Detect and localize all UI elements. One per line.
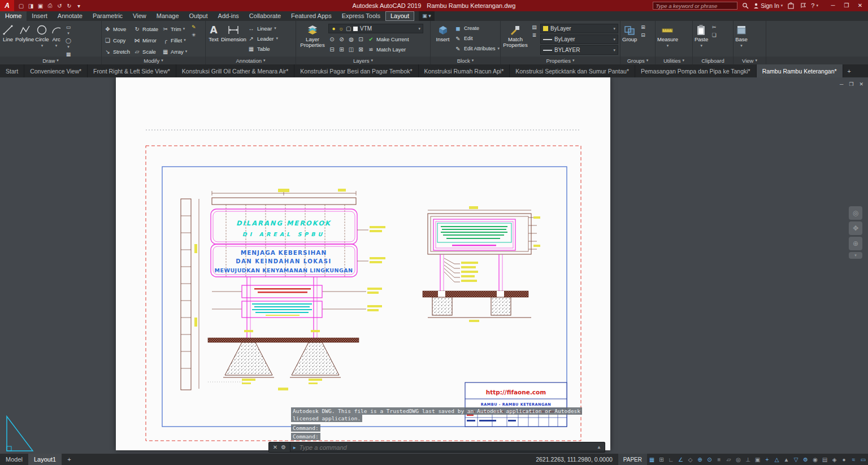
zoom-extents-icon[interactable]: ⊕ — [849, 237, 862, 250]
match-properties-button[interactable]: Match Properties — [502, 22, 528, 57]
filetab-grill-oil-cather[interactable]: Konstruksi Grill Oil Cather & Menara Air… — [176, 64, 294, 77]
panel-title-clipboard[interactable]: Clipboard — [693, 57, 733, 64]
mirror-button[interactable]: ⋈Mirror — [133, 34, 159, 46]
tab-layout[interactable]: Layout — [385, 11, 414, 21]
layer-walk-icon[interactable]: ◫ — [348, 46, 355, 53]
filetab-pompa-pipa[interactable]: Pemasangan Pompa dan Pipa ke Tangki* — [635, 64, 757, 77]
linear-button[interactable]: ↔Linear▾ — [248, 24, 287, 33]
polyline-button[interactable]: Polyline — [15, 22, 34, 57]
base-button[interactable]: Base ▾ — [735, 22, 748, 57]
copy-button[interactable]: ❏Copy — [103, 34, 131, 46]
insert-block-button[interactable]: Insert — [432, 22, 453, 57]
table-button[interactable]: ▦Table — [248, 44, 287, 53]
doc-restore-icon[interactable]: ❐ — [849, 81, 853, 87]
panel-title-groups[interactable]: Groups▾ — [620, 57, 655, 64]
selection-filter-icon[interactable]: ▣ — [753, 457, 762, 463]
stretch-button[interactable]: ↘Stretch — [103, 46, 131, 57]
circle-button[interactable]: Circle ▾ — [35, 22, 49, 57]
redo-icon[interactable]: ↻ — [64, 3, 74, 9]
close-icon[interactable]: ✕ — [853, 0, 867, 11]
fillet-button[interactable]: ╭Fillet▾ — [161, 34, 188, 46]
tab-output[interactable]: Output — [184, 11, 213, 21]
erase-icon[interactable]: ✎ — [190, 24, 197, 30]
dimension-button[interactable]: Dimension — [221, 22, 246, 57]
tab-collaborate[interactable]: Collaborate — [244, 11, 286, 21]
navbar-more-icon[interactable]: ▾ — [849, 252, 862, 259]
quick-properties-icon[interactable]: ▤ — [820, 457, 830, 463]
model-tab[interactable]: Model — [0, 454, 28, 465]
move-button[interactable]: ✥Move — [103, 23, 131, 34]
filetab-convenience-view[interactable]: Convenience View* — [24, 64, 88, 77]
array-button[interactable]: ▦Array▾ — [161, 46, 188, 57]
layer-isolate-icon[interactable]: ⊘ — [338, 36, 345, 42]
search-binoculars-icon[interactable] — [741, 2, 750, 10]
explode-icon[interactable]: ✳ — [190, 32, 197, 38]
layer-merge-icon[interactable]: ⊟ — [328, 46, 336, 53]
ungroup-icon[interactable]: ⊞ — [639, 24, 646, 30]
scale-button[interactable]: ▱Scale — [133, 46, 159, 57]
match-layer-button[interactable]: ≌Match Layer — [367, 46, 406, 53]
layer-freeze-icon[interactable]: ◍ — [348, 36, 355, 42]
make-current-button[interactable]: ✔Make Current — [367, 36, 410, 42]
paper-drawing[interactable]: DILARANG MEROKOK DI AREAL SPBU MENJAGA K… — [0, 77, 868, 454]
steering-wheel-icon[interactable]: ◎ — [849, 206, 862, 220]
save-icon[interactable]: ▣ — [36, 3, 45, 9]
new-file-icon[interactable]: ▢ — [16, 3, 26, 9]
cut-icon[interactable]: ✂ — [710, 24, 718, 30]
autocad-logo-icon[interactable]: A — [0, 0, 14, 11]
create-block-button[interactable]: ◼Create — [454, 24, 498, 33]
tab-view[interactable]: View — [128, 11, 151, 21]
panel-title-block[interactable]: Block▾ — [431, 57, 500, 64]
rectangle-icon[interactable]: ▭ ▾ — [65, 24, 72, 36]
restore-icon[interactable]: ❐ — [840, 0, 853, 11]
group-edit-icon[interactable]: ⊟ — [639, 32, 646, 38]
panel-title-view[interactable]: View▾ — [734, 57, 766, 64]
open-file-icon[interactable]: ◨ — [26, 3, 36, 9]
transparency-icon[interactable]: ▱ — [724, 457, 734, 463]
gizmo-icon[interactable]: + — [762, 457, 772, 463]
layer-dropdown[interactable]: ● ☼ ▢ VTM ▾ — [328, 24, 423, 33]
leader-button[interactable]: ↗Leader▾ — [248, 34, 287, 43]
new-layout-button[interactable]: + — [62, 454, 76, 465]
text-button[interactable]: A Text — [207, 22, 220, 57]
edit-attributes-button[interactable]: ✎Edit Attributes▾ — [454, 44, 498, 53]
command-input[interactable] — [296, 444, 597, 451]
grid-icon[interactable]: ▦ — [647, 457, 657, 463]
properties-list-icon[interactable]: ≣ — [531, 32, 538, 38]
undo-icon[interactable]: ↺ — [55, 3, 64, 9]
trim-button[interactable]: ✂Trim▾ — [161, 23, 188, 34]
panel-title-layers[interactable]: Layers▾ — [296, 57, 430, 64]
panel-title-utilities[interactable]: Utilities▾ — [656, 57, 692, 64]
filetab-pagar-besi[interactable]: Konstruksi Pagar Besi dan Pagar Tembok* — [294, 64, 418, 77]
panel-title-annotation[interactable]: Annotation▾ — [206, 57, 296, 64]
tab-manage[interactable]: Manage — [151, 11, 184, 21]
ribbon-display-toggle-icon[interactable]: ▣ ▾ — [419, 11, 435, 21]
panel-title-properties[interactable]: Properties▾ — [501, 57, 620, 64]
annotation-scale-icon[interactable]: ▽ — [791, 457, 801, 463]
linetype-dropdown[interactable]: BYLAYER▾ — [540, 45, 618, 55]
ellipse-icon[interactable]: ◯ ▾ — [65, 38, 72, 49]
selection-cycling-icon[interactable]: ◎ — [734, 457, 743, 463]
tab-insert[interactable]: Insert — [27, 11, 53, 21]
osnap-tracking-icon[interactable]: ⊕ — [695, 457, 705, 463]
autodesk-alerts-icon[interactable] — [798, 2, 808, 10]
command-line[interactable]: ✕ ⚙ ▸ ▲ — [268, 442, 605, 453]
lineweight-dropdown[interactable]: ByLayer▾ — [540, 34, 618, 44]
tab-addins[interactable]: Add-ins — [213, 11, 244, 21]
workspace-switching-icon[interactable]: ⚙ — [801, 457, 810, 463]
customize-wrench-icon[interactable]: ⚙ — [281, 444, 286, 450]
group-button[interactable]: Group — [622, 22, 637, 57]
doc-minimize-icon[interactable]: ─ — [840, 81, 843, 87]
properties-palette-icon[interactable]: ▤ — [531, 24, 538, 30]
snap-mode-icon[interactable]: ⊞ — [657, 457, 666, 463]
sign-in-button[interactable]: Sign In ▾ — [753, 2, 783, 9]
arc-button[interactable]: Arc ▾ — [50, 22, 63, 57]
app-store-icon[interactable] — [786, 2, 795, 10]
tab-annotate[interactable]: Annotate — [53, 11, 88, 21]
dynamic-ucs-icon[interactable]: ⊥ — [743, 457, 753, 463]
command-history-toggle-icon[interactable]: ▲ — [597, 445, 605, 450]
lineweight-display-icon[interactable]: ≡ — [714, 457, 724, 463]
filetab-front-right-left-side[interactable]: Front Right & Left Side View* — [88, 64, 176, 77]
annotation-autoscale-icon[interactable]: ▲ — [782, 457, 791, 463]
graphics-performance-icon[interactable]: ≈ — [849, 457, 858, 463]
